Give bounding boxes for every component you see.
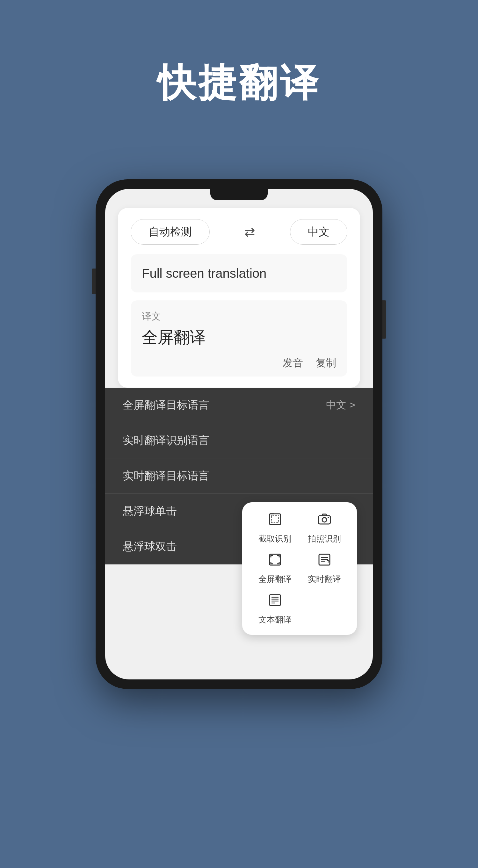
quick-action-realtime-label: 实时翻译 xyxy=(308,574,341,585)
quick-action-fullscreen[interactable]: 全屏翻译 xyxy=(253,552,296,585)
phone-button-right xyxy=(382,300,386,339)
phone-notch xyxy=(210,189,268,200)
settings-row-fullscreen-target[interactable]: 全屏翻译目标语言 中文 > xyxy=(105,388,373,423)
settings-label-realtime-target: 实时翻译目标语言 xyxy=(123,469,209,483)
page-title: 快捷翻译 xyxy=(157,57,321,109)
settings-row-realtime-source[interactable]: 实时翻译识别语言 xyxy=(105,423,373,458)
translation-input-text: Full screen translation xyxy=(142,266,266,280)
translation-input-box[interactable]: Full screen translation xyxy=(131,254,347,292)
quick-action-crop[interactable]: 截取识别 xyxy=(253,512,296,545)
settings-label-float-single: 悬浮球单击 xyxy=(123,504,177,519)
phone-mockup: 自动检测 ⇄ 中文 Full screen translation 译文 全屏翻… xyxy=(96,179,382,689)
quick-action-text[interactable]: 文本翻译 xyxy=(253,593,296,625)
translation-result-label: 译文 xyxy=(142,310,336,323)
language-selector-row: 自动检测 ⇄ 中文 xyxy=(131,219,347,245)
realtime-icon xyxy=(317,552,332,570)
quick-actions-grid: 截取识别 拍照识别 xyxy=(253,512,346,625)
quick-action-fullscreen-label: 全屏翻译 xyxy=(259,574,292,585)
translation-result-actions: 发音 复制 xyxy=(142,356,336,370)
quick-action-realtime[interactable]: 实时翻译 xyxy=(303,552,346,585)
text-icon xyxy=(268,593,282,611)
swap-language-icon[interactable]: ⇄ xyxy=(244,224,255,239)
quick-action-camera-label: 拍照识别 xyxy=(308,533,341,545)
quick-action-camera[interactable]: 拍照识别 xyxy=(303,512,346,545)
svg-point-8 xyxy=(328,517,329,518)
translation-result-text: 全屏翻译 xyxy=(142,327,336,348)
quick-actions-panel: 截取识别 拍照识别 xyxy=(242,502,357,635)
settings-label-fullscreen-target: 全屏翻译目标语言 xyxy=(123,398,209,412)
source-language-button[interactable]: 自动检测 xyxy=(131,219,210,245)
pronounce-button[interactable]: 发音 xyxy=(283,356,303,370)
svg-point-7 xyxy=(322,518,327,522)
fullscreen-icon xyxy=(268,552,282,570)
quick-action-crop-label: 截取识别 xyxy=(259,533,292,545)
translation-result-box: 译文 全屏翻译 发音 复制 xyxy=(131,300,347,376)
camera-icon xyxy=(317,512,332,530)
settings-value-fullscreen-target: 中文 > xyxy=(326,398,355,412)
crop-icon xyxy=(268,512,282,530)
translation-card: 自动检测 ⇄ 中文 Full screen translation 译文 全屏翻… xyxy=(118,208,360,388)
svg-rect-14 xyxy=(270,595,280,606)
phone-button-left xyxy=(92,269,96,294)
settings-row-realtime-target[interactable]: 实时翻译目标语言 xyxy=(105,458,373,494)
svg-rect-5 xyxy=(271,516,278,523)
svg-rect-6 xyxy=(318,516,330,524)
settings-label-realtime-source: 实时翻译识别语言 xyxy=(123,433,209,448)
target-language-button[interactable]: 中文 xyxy=(290,219,347,245)
copy-button[interactable]: 复制 xyxy=(316,356,336,370)
quick-action-text-label: 文本翻译 xyxy=(259,614,292,625)
settings-label-float-double: 悬浮球双击 xyxy=(123,539,177,554)
